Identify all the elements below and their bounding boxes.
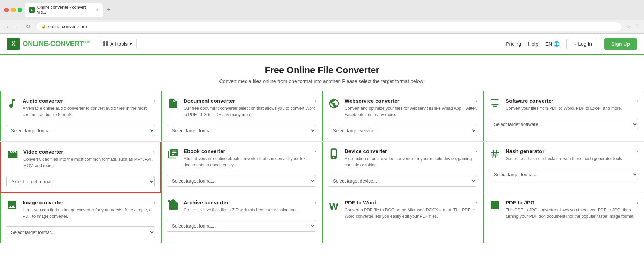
converter-card-software[interactable]: Software converter › Convert your files … <box>483 91 644 142</box>
card-arrow-pdftojpg: › <box>637 200 638 205</box>
signup-button[interactable]: Sign Up <box>604 38 637 50</box>
browser-menu-icon[interactable]: ⋮ <box>634 23 640 30</box>
software-icon <box>489 98 501 109</box>
card-desc-device: A collection of online video converter f… <box>345 155 477 168</box>
card-title-device: Device converter › <box>345 148 477 154</box>
language-button[interactable]: EN 🌐 <box>545 41 559 47</box>
green-accent-bar <box>322 91 323 141</box>
card-arrow-webservice: › <box>476 98 477 103</box>
card-select-audio[interactable]: Select target format... <box>6 125 155 136</box>
back-button[interactable]: ‹ <box>4 23 10 31</box>
card-arrow-archive: › <box>315 200 316 205</box>
document-icon <box>167 98 179 109</box>
card-arrow-video: › <box>153 149 155 154</box>
card-header-image: Image converter › Here, you can find an … <box>6 199 155 219</box>
video-icon <box>6 149 19 160</box>
converter-card-ebook[interactable]: Ebook converter › A list of versatile on… <box>161 142 322 193</box>
pricing-link[interactable]: Pricing <box>506 41 521 47</box>
minimize-window-button[interactable] <box>11 8 16 12</box>
forward-button[interactable]: › <box>14 23 20 31</box>
card-select-device[interactable]: Select target device... <box>328 175 477 187</box>
card-title-area-ebook: Ebook converter › A list of versatile on… <box>184 148 316 168</box>
card-title-area-device: Device converter › A collection of onlin… <box>345 148 477 168</box>
card-title-pdftoword: PDF to Word › <box>345 199 477 205</box>
hash-icon <box>489 148 501 159</box>
converter-card-document[interactable]: Document converter › Our free document c… <box>161 91 322 142</box>
tab-close-button[interactable]: × <box>96 8 98 12</box>
card-desc-ebook: A list of versatile online ebook convert… <box>184 155 316 168</box>
card-header-webservice: Webservice converter › Convert and optim… <box>328 98 477 118</box>
all-tools-label: All tools <box>110 41 128 47</box>
maximize-window-button[interactable] <box>18 8 22 12</box>
card-select-archive[interactable]: Select target format... <box>167 220 316 232</box>
close-window-button[interactable] <box>4 8 9 12</box>
card-title-area-document: Document converter › Our free document c… <box>184 98 316 118</box>
card-desc-audio: A versatile online audio converter to co… <box>23 105 155 118</box>
card-desc-hash: Generate a hash or checksum with these h… <box>506 155 638 162</box>
card-title-area-pdftojpg: PDF to JPG › This PDF to JPG converter a… <box>506 199 638 219</box>
browser-toolbar-right: ☆ ⋮ <box>626 23 640 30</box>
card-title-hash: Hash generator › <box>506 148 638 154</box>
card-header-ebook: Ebook converter › A list of versatile on… <box>167 148 316 168</box>
lang-text: EN <box>545 41 552 47</box>
green-accent-bar <box>483 193 484 243</box>
card-title-area-webservice: Webservice converter › Convert and optim… <box>345 98 477 118</box>
converter-card-video[interactable]: Video converter › Convert video files in… <box>0 142 161 193</box>
card-select-document[interactable]: Select target format... <box>167 125 316 136</box>
card-select-video[interactable]: Select target format... <box>6 176 155 187</box>
card-title-area-audio: Audio converter › A versatile online aud… <box>23 98 155 118</box>
card-header-pdftoword: W PDF to Word › Convert a PDF file to DO… <box>328 199 477 219</box>
card-select-hash[interactable]: Select target format... <box>489 169 638 180</box>
converter-card-image[interactable]: Image converter › Here, you can find an … <box>0 193 161 243</box>
converter-card-audio[interactable]: Audio converter › A versatile online aud… <box>0 91 161 142</box>
help-link[interactable]: Help <box>528 41 538 47</box>
login-button[interactable]: → Log In <box>566 39 597 49</box>
card-arrow-document: › <box>315 98 316 103</box>
logo-link[interactable]: X ONLINE-CONVERTcom <box>7 38 90 50</box>
card-title-pdftojpg: PDF to JPG › <box>506 199 638 205</box>
card-title-document: Document converter › <box>184 98 316 104</box>
card-title-audio: Audio converter › <box>23 98 155 104</box>
converter-card-device[interactable]: Device converter › A collection of onlin… <box>322 142 483 193</box>
card-arrow-ebook: › <box>315 148 316 154</box>
green-accent-bar <box>161 193 162 243</box>
bookmark-icon[interactable]: ☆ <box>626 23 631 30</box>
pdftojpg-icon <box>489 199 501 211</box>
card-select-image[interactable]: Select target format... <box>6 226 155 238</box>
hero-title: Free Online File Converter <box>7 65 637 76</box>
card-header-archive: Archive converter › Create archive files… <box>167 199 316 213</box>
converter-card-hash[interactable]: Hash generator › Generate a hash or chec… <box>483 142 644 193</box>
tab-title: Online converter - convert vid... <box>37 5 92 15</box>
address-bar[interactable]: 🔒 online-convert.com <box>36 22 622 31</box>
card-desc-software: Convert your files from PDF to Word, PDF… <box>506 105 638 111</box>
browser-tab[interactable]: X Online converter - convert vid... × <box>25 3 103 17</box>
url-text: online-convert.com <box>48 24 87 29</box>
card-select-ebook[interactable]: Select target format... <box>167 175 316 187</box>
card-header-software: Software converter › Convert your files … <box>489 98 638 111</box>
card-select-webservice[interactable]: Select target service... <box>328 125 477 136</box>
card-arrow-image: › <box>154 200 155 205</box>
converter-card-pdftojpg[interactable]: PDF to JPG › This PDF to JPG converter a… <box>483 193 644 243</box>
card-desc-document: Our free document converter selection th… <box>184 105 316 118</box>
login-arrow-icon: → <box>572 41 577 47</box>
card-desc-video: Convert video files into the most common… <box>23 156 155 169</box>
all-tools-button[interactable]: All tools ▾ <box>99 39 137 49</box>
card-desc-pdftojpg: This PDF to JPG converter allows you to … <box>506 207 638 219</box>
ebook-icon <box>167 148 179 159</box>
all-tools-chevron: ▾ <box>130 41 132 47</box>
card-title-area-archive: Archive converter › Create archive files… <box>184 199 316 213</box>
card-arrow-audio: › <box>154 98 155 103</box>
converter-card-archive[interactable]: Archive converter › Create archive files… <box>161 193 322 243</box>
login-label: Log In <box>578 41 592 47</box>
converter-card-webservice[interactable]: Webservice converter › Convert and optim… <box>322 91 483 142</box>
device-icon <box>328 148 340 159</box>
converter-card-pdftoword[interactable]: W PDF to Word › Convert a PDF file to DO… <box>322 193 483 243</box>
image-icon <box>6 199 18 211</box>
reload-button[interactable]: ↻ <box>24 23 32 31</box>
new-tab-button[interactable]: + <box>107 6 111 14</box>
ssl-lock-icon: 🔒 <box>41 24 46 29</box>
card-select-software[interactable]: Select target software... <box>489 119 638 130</box>
header-nav: Pricing Help EN 🌐 → Log In Sign Up <box>506 38 637 50</box>
card-title-webservice: Webservice converter › <box>345 98 477 104</box>
card-desc-webservice: Convert and optimize your files for webs… <box>345 105 477 118</box>
